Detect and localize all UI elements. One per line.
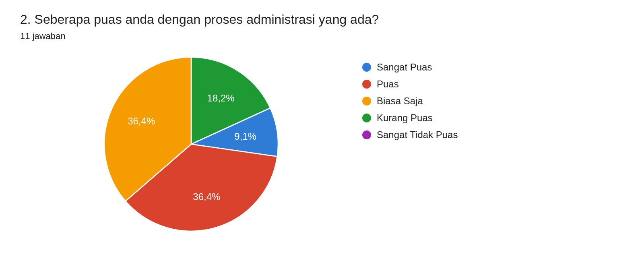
legend-item: Puas [362,79,458,90]
legend-dot-icon [362,80,371,89]
legend-label: Kurang Puas [377,112,433,124]
chart-area: 18,2%9,1%36,4%36,4% Sangat Puas Puas Bia… [20,54,624,235]
legend-label: Biasa Saja [377,95,423,107]
legend-item: Kurang Puas [362,112,458,124]
legend-label: Puas [377,79,399,90]
legend-dot-icon [362,130,371,139]
legend-item: Sangat Puas [362,62,458,73]
legend-item: Sangat Tidak Puas [362,129,458,141]
legend-dot-icon [362,97,371,106]
legend-dot-icon [362,63,371,72]
legend: Sangat Puas Puas Biasa Saja Kurang Puas … [362,62,458,141]
chart-title: 2. Seberapa puas anda dengan proses admi… [20,12,624,27]
chart-subtitle: 11 jawaban [20,31,624,41]
pie-svg [101,54,282,235]
legend-dot-icon [362,114,371,122]
pie-chart: 18,2%9,1%36,4%36,4% [101,54,282,235]
legend-item: Biasa Saja [362,95,458,107]
legend-label: Sangat Tidak Puas [377,129,458,141]
legend-label: Sangat Puas [377,62,432,73]
